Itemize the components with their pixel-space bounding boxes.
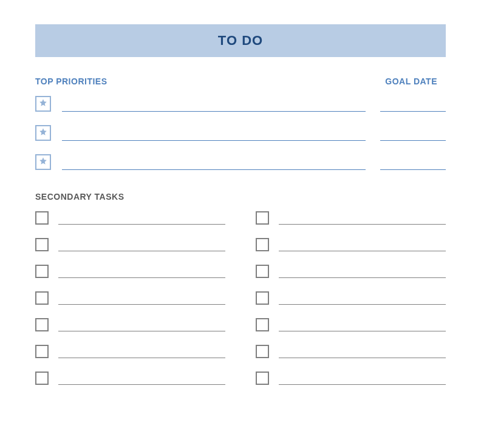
secondary-task-input[interactable] bbox=[279, 291, 446, 305]
secondary-row bbox=[256, 291, 446, 305]
priority-checkbox[interactable] bbox=[35, 154, 51, 170]
secondary-checkbox[interactable] bbox=[256, 345, 269, 358]
secondary-checkbox[interactable] bbox=[35, 345, 49, 358]
secondary-task-input[interactable] bbox=[58, 211, 225, 225]
secondary-task-input[interactable] bbox=[58, 318, 225, 331]
goal-date-label: GOAL DATE bbox=[385, 76, 437, 86]
secondary-row bbox=[35, 238, 225, 251]
secondary-row bbox=[256, 238, 446, 251]
secondary-task-input[interactable] bbox=[279, 265, 446, 278]
secondary-row bbox=[35, 345, 225, 358]
priority-date-input[interactable] bbox=[380, 155, 446, 170]
secondary-task-input[interactable] bbox=[279, 372, 446, 385]
secondary-checkbox[interactable] bbox=[256, 238, 269, 251]
secondary-task-input[interactable] bbox=[58, 291, 225, 305]
secondary-checkbox[interactable] bbox=[35, 265, 49, 278]
secondary-tasks-label: SECONDARY TASKS bbox=[35, 192, 446, 202]
secondary-row bbox=[35, 318, 225, 331]
secondary-task-input[interactable] bbox=[279, 211, 446, 225]
page-title: TO DO bbox=[218, 33, 263, 49]
title-bar: TO DO bbox=[35, 24, 446, 57]
secondary-row bbox=[35, 291, 225, 305]
secondary-task-input[interactable] bbox=[279, 318, 446, 331]
secondary-checkbox[interactable] bbox=[35, 238, 49, 251]
secondary-checkbox[interactable] bbox=[256, 372, 269, 385]
priority-row bbox=[35, 154, 446, 170]
secondary-task-input[interactable] bbox=[58, 372, 225, 385]
secondary-task-input[interactable] bbox=[279, 238, 446, 251]
priority-date-input[interactable] bbox=[380, 97, 446, 112]
secondary-row bbox=[35, 372, 225, 385]
star-icon bbox=[39, 157, 47, 168]
secondary-row bbox=[35, 265, 225, 278]
secondary-row bbox=[256, 345, 446, 358]
priority-checkbox[interactable] bbox=[35, 96, 51, 112]
secondary-task-input[interactable] bbox=[279, 345, 446, 358]
secondary-checkbox[interactable] bbox=[35, 291, 49, 305]
secondary-checkbox[interactable] bbox=[256, 211, 269, 225]
priorities-list bbox=[35, 96, 446, 170]
secondary-row bbox=[256, 265, 446, 278]
priority-task-input[interactable] bbox=[62, 126, 366, 141]
secondary-task-input[interactable] bbox=[58, 238, 225, 251]
secondary-checkbox[interactable] bbox=[35, 318, 49, 331]
secondary-tasks-grid bbox=[35, 211, 446, 385]
secondary-checkbox[interactable] bbox=[35, 372, 49, 385]
secondary-row bbox=[35, 211, 225, 225]
priority-row bbox=[35, 125, 446, 141]
priority-checkbox[interactable] bbox=[35, 125, 51, 141]
secondary-checkbox[interactable] bbox=[256, 291, 269, 305]
star-icon bbox=[39, 98, 47, 109]
secondary-checkbox[interactable] bbox=[35, 211, 49, 225]
priority-task-input[interactable] bbox=[62, 155, 366, 170]
secondary-checkbox[interactable] bbox=[256, 318, 269, 331]
top-priorities-label: TOP PRIORITIES bbox=[35, 76, 107, 86]
secondary-row bbox=[256, 318, 446, 331]
secondary-checkbox[interactable] bbox=[256, 265, 269, 278]
secondary-task-input[interactable] bbox=[58, 345, 225, 358]
secondary-task-input[interactable] bbox=[58, 265, 225, 278]
priorities-header-row: TOP PRIORITIES GOAL DATE bbox=[35, 76, 446, 86]
secondary-row bbox=[256, 372, 446, 385]
secondary-row bbox=[256, 211, 446, 225]
priority-task-input[interactable] bbox=[62, 97, 366, 112]
priority-date-input[interactable] bbox=[380, 126, 446, 141]
priority-row bbox=[35, 96, 446, 112]
star-icon bbox=[39, 127, 47, 138]
